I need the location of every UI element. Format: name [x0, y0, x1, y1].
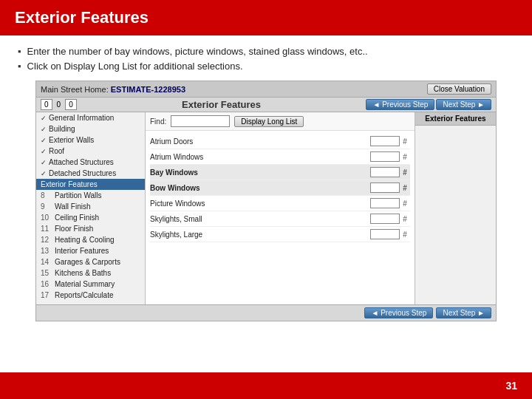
display-long-list-button[interactable]: Display Long List: [234, 116, 304, 127]
ss-sidebar: General Information Building Exterior Wa…: [36, 112, 146, 304]
feature-hash-atrium-windows: #: [400, 153, 410, 161]
ss-topbar: Main Street Home: ESTIMATE-1228953 Close…: [36, 81, 496, 98]
feature-input-picture-windows[interactable]: [370, 198, 400, 208]
sidebar-item-interior-features[interactable]: 13Interior Features: [36, 245, 145, 256]
feature-name-picture-windows: Picture Windows: [150, 200, 370, 208]
sidebar-item-heating-cooling[interactable]: 12Heating & Cooling: [36, 234, 145, 245]
feature-name-skylights-small: Skylights, Small: [150, 215, 370, 223]
feature-row-skylights-small: Skylights, Small #: [150, 211, 410, 227]
ss-nav-buttons: ◄ Previous Step Next Step ►: [366, 99, 491, 110]
sidebar-item-exterior-walls[interactable]: Exterior Walls: [36, 134, 145, 146]
feature-hash-skylights-large: #: [400, 231, 410, 239]
feature-hash-skylights-small: #: [400, 215, 410, 223]
ss-find-label: Find:: [150, 117, 166, 126]
ss-prev-step-button-top[interactable]: ◄ Previous Step: [366, 99, 434, 110]
feature-hash-bow-windows: #: [400, 184, 410, 192]
ss-center-panel: Find: Display Long List Atrium Doors # A…: [146, 112, 415, 304]
sidebar-item-wall-finish[interactable]: 9Wall Finish: [36, 201, 145, 212]
header-bar: Exterior Features: [0, 0, 532, 35]
ss-estimate-value: ESTIMATE-1228953: [111, 85, 185, 94]
sidebar-item-material-summary[interactable]: 16Material Summary: [36, 279, 145, 290]
bullet-item-2: Click on Display Long List for additiona…: [18, 61, 514, 72]
feature-hash-atrium-doors: #: [400, 137, 410, 146]
ss-divider: 0: [57, 100, 61, 109]
ss-next-step-button-top[interactable]: Next Step ►: [436, 99, 491, 110]
ss-prev-step-button-bottom[interactable]: ◄ Previous Step: [364, 307, 433, 318]
sidebar-item-kitchens-baths[interactable]: 15Kitchens & Baths: [36, 267, 145, 279]
feature-row-picture-windows: Picture Windows #: [150, 196, 410, 211]
sidebar-item-reports-calculate[interactable]: 17Reports/Calculate: [36, 290, 145, 301]
ss-right-panel: Exterior Features: [415, 112, 496, 304]
sidebar-item-exterior-features[interactable]: Exterior Features: [36, 179, 145, 190]
ss-find-input[interactable]: [171, 115, 230, 127]
sidebar-item-detached-structures[interactable]: Detached Structures: [36, 168, 145, 179]
close-valuation-button[interactable]: Close Valuation: [427, 83, 491, 95]
ss-main-area: General Information Building Exterior Wa…: [36, 112, 496, 304]
feature-row-skylights-large: Skylights, Large #: [150, 227, 410, 242]
feature-name-bay-windows: Bay Windows: [150, 168, 370, 177]
bullet-item-1: Enter the number of bay windows, picture…: [18, 46, 514, 57]
ss-bottombar: ◄ Previous Step Next Step ►: [36, 304, 496, 321]
ss-navbar: 0 0 0 Exterior Features ◄ Previous Step …: [36, 98, 496, 112]
ss-section-title: Exterior Features: [174, 99, 268, 110]
content-area: Enter the number of bay windows, picture…: [0, 35, 532, 329]
feature-input-skylights-large[interactable]: [370, 229, 400, 239]
sidebar-item-roof[interactable]: Roof: [36, 146, 145, 157]
feature-input-atrium-doors[interactable]: [370, 136, 400, 146]
feature-row-atrium-doors: Atrium Doors #: [150, 134, 410, 149]
feature-input-skylights-small[interactable]: [370, 214, 400, 224]
sidebar-item-ceiling-finish[interactable]: 10Ceiling Finish: [36, 212, 145, 223]
ss-counter2: 0: [65, 99, 77, 110]
feature-name-bow-windows: Bow Windows: [150, 184, 370, 192]
ss-next-step-button-bottom[interactable]: Next Step ►: [436, 307, 491, 318]
sidebar-item-general-information[interactable]: General Information: [36, 112, 145, 123]
sidebar-item-partition-walls[interactable]: 8Partition Walls: [36, 190, 145, 201]
sidebar-item-garages-carports[interactable]: 14Garages & Carports: [36, 256, 145, 267]
ss-features-table: Atrium Doors # Atrium Windows # Bay Wind…: [146, 131, 415, 304]
sidebar-item-floor-finish[interactable]: 11Floor Finish: [36, 223, 145, 234]
feature-row-atrium-windows: Atrium Windows #: [150, 149, 410, 165]
ss-counter1: 0: [41, 99, 52, 110]
feature-name-atrium-windows: Atrium Windows: [150, 153, 370, 161]
footer-bar: 31: [0, 372, 532, 399]
feature-row-bow-windows: Bow Windows #: [150, 180, 410, 196]
ss-label: Main Street Home:: [41, 85, 109, 94]
feature-name-atrium-doors: Atrium Doors: [150, 137, 370, 146]
page-number: 31: [505, 380, 517, 392]
feature-input-atrium-windows[interactable]: [370, 151, 400, 162]
feature-name-skylights-large: Skylights, Large: [150, 231, 370, 239]
sidebar-item-attached-structures[interactable]: Attached Structures: [36, 157, 145, 168]
sidebar-item-building[interactable]: Building: [36, 123, 145, 134]
ss-navbar-left: 0 0 0: [41, 99, 77, 110]
ss-right-panel-header: Exterior Features: [415, 112, 496, 126]
page-title: Exterior Features: [15, 8, 149, 27]
feature-input-bay-windows[interactable]: [370, 167, 400, 177]
ss-find-bar: Find: Display Long List: [146, 112, 415, 131]
feature-hash-picture-windows: #: [400, 200, 410, 208]
feature-row-bay-windows: Bay Windows #: [150, 165, 410, 180]
screenshot-container: Main Street Home: ESTIMATE-1228953 Close…: [35, 81, 497, 321]
feature-hash-bay-windows: #: [400, 168, 410, 177]
ss-topbar-info: Main Street Home: ESTIMATE-1228953: [41, 85, 185, 94]
feature-input-bow-windows[interactable]: [370, 183, 400, 193]
bullet-list: Enter the number of bay windows, picture…: [18, 46, 514, 72]
